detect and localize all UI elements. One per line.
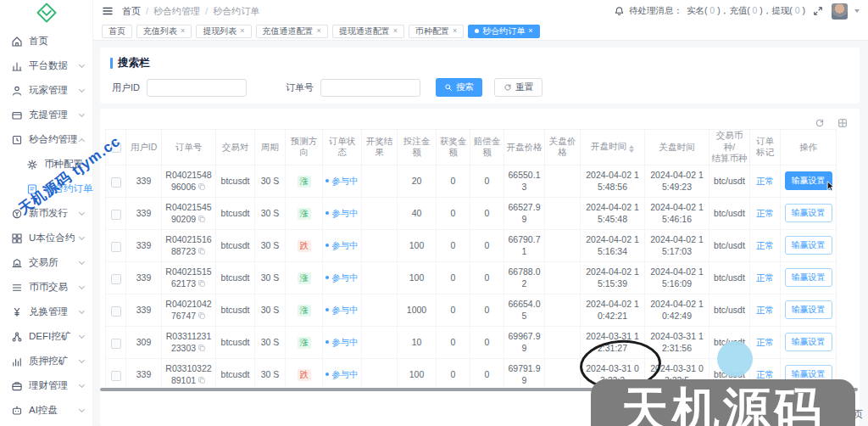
tab-label: 充值列表 <box>143 25 177 37</box>
sidebar-item[interactable]: 币币交易 <box>0 275 92 300</box>
tab-close-icon[interactable]: × <box>528 27 532 35</box>
orders-table-card: 用户ID订单号交易对周期预测方向订单状态开奖结果投注金额获奖金额赔偿金额开盘价格… <box>100 109 860 426</box>
tab-close-icon[interactable]: × <box>393 27 398 35</box>
cell-open-price: 66527.99 <box>504 197 545 229</box>
cell-compensate-amount: 0 <box>470 165 504 197</box>
search-icon <box>444 83 453 92</box>
copy-icon[interactable] <box>198 214 206 222</box>
row-checkbox[interactable] <box>111 210 121 220</box>
breadcrumb-item[interactable]: 秒合约订单 <box>213 5 259 18</box>
status-dot <box>326 244 329 247</box>
copy-icon[interactable] <box>198 343 206 351</box>
row-checkbox[interactable] <box>111 339 121 349</box>
row-checkbox[interactable] <box>111 177 121 188</box>
tab-item[interactable]: 提现列表× <box>196 25 251 38</box>
order-no-input[interactable] <box>320 79 420 97</box>
sidebar-item-label: 币币交易 <box>29 281 68 294</box>
cell-mark: 正常 <box>750 165 781 197</box>
win-lose-settings-button[interactable]: 输赢设置 <box>785 204 832 222</box>
tab-item[interactable]: 币种配置× <box>409 25 464 38</box>
refresh-icon[interactable] <box>815 116 825 126</box>
win-lose-settings-button[interactable]: 输赢设置 <box>785 333 832 351</box>
sidebar-item[interactable]: DEFI挖矿 <box>0 324 92 349</box>
row-checkbox[interactable] <box>111 306 121 317</box>
tab-item[interactable]: 提现通道配置× <box>332 25 404 38</box>
search-title: 搜索栏 <box>118 56 150 70</box>
column-header-label: 赔偿金额 <box>474 136 501 158</box>
tab-close-icon[interactable]: × <box>181 27 185 35</box>
tabbar: 首页充值列表×提现列表×充值通道配置×提现通道配置×币种配置×秒合约订单× <box>93 22 868 41</box>
sidebar-item[interactable]: 理财管理 <box>0 373 92 398</box>
sidebar-item[interactable]: 首页 <box>0 29 92 53</box>
chevron-down-icon[interactable] <box>854 9 860 13</box>
cell-period: 30 S <box>255 229 286 261</box>
cell-coin: btc/usdt <box>709 229 750 261</box>
sidebar-item[interactable]: 玩家管理 <box>0 78 92 103</box>
cell-status: 参与中 <box>323 326 362 358</box>
sidebar-item[interactable]: 平台数据 <box>0 53 92 78</box>
breadcrumb-item[interactable]: 首页 <box>122 5 141 18</box>
seconds-contract-icon <box>11 134 23 146</box>
sidebar-item-label: 交易所 <box>29 256 58 269</box>
user-id-input[interactable] <box>147 79 247 97</box>
avatar[interactable] <box>832 3 848 20</box>
row-checkbox[interactable] <box>111 274 121 284</box>
fullscreen-icon[interactable] <box>813 6 823 16</box>
tab-active[interactable]: 秒合约订单× <box>468 25 539 38</box>
sidebar-item[interactable]: 交易所 <box>0 250 92 275</box>
cell-action: 输赢设置 <box>781 326 837 358</box>
cell-bet-amount: 100 <box>398 261 437 294</box>
tab-item[interactable]: 充值列表× <box>136 25 192 38</box>
cell-order-no: R0402154896006 <box>162 165 216 197</box>
row-checkbox[interactable] <box>111 242 121 252</box>
tab-item[interactable]: 首页 <box>102 25 132 38</box>
win-lose-settings-button[interactable]: 输赢设置 <box>785 236 832 255</box>
tab-close-icon[interactable]: × <box>317 27 321 35</box>
sidebar-item[interactable]: 秒合约管理 <box>0 127 92 152</box>
notice-items[interactable]: 实名( 0 )，充值( 0 )，提现( 0 ) <box>687 5 805 17</box>
bell-icon[interactable] <box>614 6 625 17</box>
cell-status: 参与中 <box>323 294 362 326</box>
tab-close-icon[interactable]: × <box>453 27 457 35</box>
order-status: 参与中 <box>326 305 359 315</box>
tab-label: 秒合约订单 <box>482 25 525 37</box>
copy-icon[interactable] <box>198 182 206 190</box>
cell-close-time: 2024-04-02 10:42:49 <box>645 294 709 326</box>
cell-action: 输赢设置 <box>781 261 837 294</box>
direction-badge: 跌 <box>298 369 311 381</box>
row-checkbox[interactable] <box>111 371 121 381</box>
copy-icon[interactable] <box>198 278 206 287</box>
sidebar-item[interactable]: 质押挖矿 <box>0 349 92 373</box>
sidebar-item[interactable]: 兑换管理 <box>0 300 92 324</box>
copy-icon[interactable] <box>198 311 206 319</box>
win-lose-settings-button[interactable]: 输赢设置 <box>785 268 832 287</box>
cell-status: 参与中 <box>323 261 362 294</box>
reset-button[interactable]: 重置 <box>494 78 542 97</box>
direction-badge: 涨 <box>298 176 311 188</box>
sidebar-item[interactable]: 充提管理 <box>0 103 92 127</box>
order-status: 参与中 <box>326 369 359 379</box>
finance-icon <box>11 380 23 392</box>
cell-coin: btc/usdt <box>709 165 750 197</box>
cell-win-amount: 0 <box>437 197 470 229</box>
column-settings-icon[interactable] <box>837 116 848 126</box>
column-header-label: 关盘价格 <box>549 136 576 158</box>
search-button[interactable]: 搜索 <box>436 78 482 97</box>
column-header-label: 开盘价格 <box>507 142 542 152</box>
copy-icon[interactable] <box>198 246 206 255</box>
player-icon <box>11 85 23 97</box>
win-lose-settings-button[interactable]: 输赢设置 <box>785 300 832 319</box>
cell-pair: btcusdt <box>216 294 255 326</box>
cell-compensate-amount: 0 <box>470 229 504 261</box>
breadcrumb-item[interactable]: 秒合约管理 <box>153 5 200 18</box>
sort-icon[interactable] <box>629 145 634 153</box>
sidebar-item[interactable]: AI控盘 <box>0 398 92 423</box>
cell-direction: 涨 <box>286 326 323 358</box>
copy-icon[interactable] <box>198 375 206 384</box>
tab-item[interactable]: 充值通道配置× <box>256 25 328 38</box>
collapse-menu-icon[interactable] <box>102 5 114 17</box>
sidebar-item-label: 首页 <box>29 35 48 48</box>
tab-close-icon[interactable]: × <box>240 27 244 35</box>
sidebar-item[interactable]: U本位合约 <box>0 226 92 250</box>
mouse-cursor-icon <box>825 179 837 194</box>
